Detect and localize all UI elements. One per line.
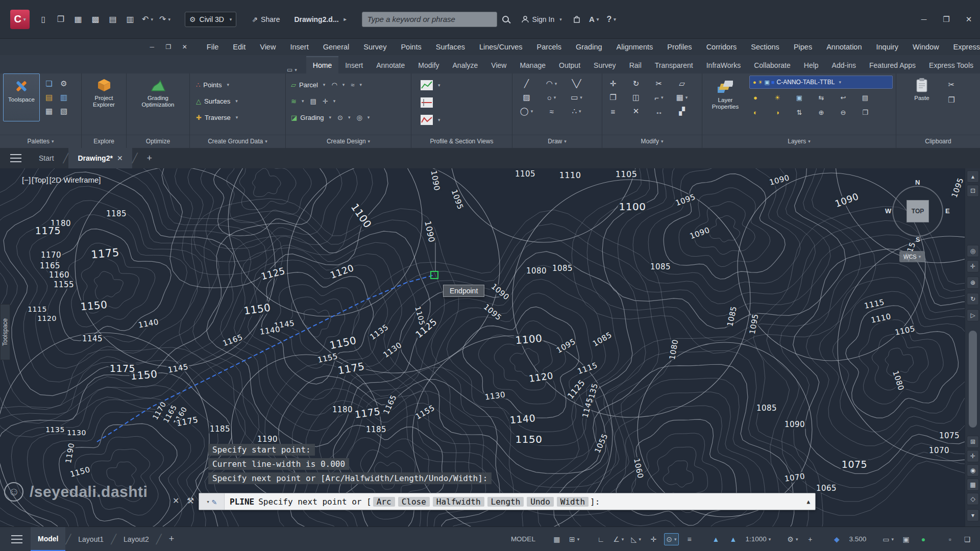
layer-match-icon[interactable]: ⇆ — [815, 91, 827, 104]
layer-state-icon[interactable]: ▤ — [859, 91, 871, 104]
point-icon[interactable]: ∴ — [571, 105, 583, 117]
stretch-icon[interactable]: ↔ — [653, 105, 665, 117]
pan-icon[interactable]: ✛ — [967, 260, 979, 272]
status-menu-icon[interactable] — [11, 535, 22, 543]
alignment-icon[interactable]: ◠ — [329, 77, 347, 93]
panel-label-palettes[interactable]: Palettes — [0, 135, 81, 148]
paste-button[interactable]: Paste — [903, 73, 940, 106]
plot-icon[interactable]: ▤ — [106, 13, 119, 26]
search-input[interactable] — [362, 12, 497, 27]
profile-view-button[interactable] — [416, 78, 507, 93]
layer-freeze-icon[interactable]: ☀ — [771, 91, 783, 104]
panel-label-optimize[interactable]: Optimize — [127, 135, 189, 148]
panel-label-profile-section-views[interactable]: Profile & Section Views — [411, 135, 512, 148]
feature-line-icon[interactable]: ≋ — [289, 93, 306, 109]
ribbon-tab-survey[interactable]: Survey — [587, 57, 623, 73]
command-palette-icon[interactable]: ▧ — [58, 105, 70, 117]
viewcube-east[interactable]: E — [945, 207, 950, 215]
isometric-drafting-toggle[interactable]: ◺ — [629, 533, 643, 545]
recent-commands-icon[interactable]: ▾ — [206, 498, 210, 505]
corridor-icon[interactable]: ▤ — [308, 93, 318, 109]
ribbon-tab-home[interactable]: Home — [306, 56, 338, 73]
layer-copy-icon[interactable]: ❐ — [859, 106, 871, 119]
layer-previous-icon[interactable]: ↩ — [837, 91, 849, 104]
ribbon-tab-infraworks[interactable]: InfraWorks — [700, 57, 747, 73]
viewcube-north[interactable]: N — [915, 179, 920, 186]
sign-in-button[interactable]: Sign In — [521, 15, 562, 23]
viewport-sync-icon[interactable]: ⊡ — [967, 185, 979, 197]
traverse-menu-button[interactable]: ✚Traverse — [192, 109, 283, 126]
model-space-button[interactable]: MODEL — [509, 533, 537, 545]
surfaces-menu-button[interactable]: △Surfaces — [192, 93, 283, 109]
command-close-icon[interactable]: ✕ — [173, 496, 179, 506]
clean-screen-button[interactable]: ❏ — [961, 533, 974, 545]
mirror-icon[interactable]: ◫ — [630, 91, 642, 104]
grid-display-toggle[interactable]: ▦ — [550, 533, 564, 545]
menu-lines-curves[interactable]: Lines/Curves — [479, 43, 523, 51]
copy-icon[interactable]: ❐ — [607, 91, 619, 104]
command-option-undo[interactable]: Undo — [527, 497, 554, 507]
hatch-icon[interactable]: ▨ — [521, 91, 533, 104]
drawing-canvas[interactable]: 1185118011751170116511601155115011751145… — [0, 168, 980, 527]
sample-lines-button[interactable] — [416, 95, 507, 110]
minimize-button[interactable]: ─ — [913, 11, 935, 28]
panel-label-create-design[interactable]: Create Design — [286, 135, 411, 148]
menu-grading[interactable]: Grading — [576, 43, 602, 51]
ribbon-display-toggle[interactable]: ▭ — [287, 66, 297, 73]
layout-tab-layout1[interactable]: Layout1 — [71, 527, 111, 551]
zoom-icon[interactable]: ⊕ — [967, 277, 979, 289]
command-option-arc[interactable]: Arc — [373, 497, 395, 507]
toolspace-button[interactable]: Toolspace — [3, 73, 40, 121]
save-as-icon[interactable]: ▩ — [89, 13, 102, 26]
ellipse-icon[interactable]: ◯ — [521, 105, 533, 117]
app-menu-button[interactable]: C — [10, 10, 30, 29]
command-option-close[interactable]: Close — [398, 497, 430, 507]
close-tab-icon[interactable]: ✕ — [117, 154, 123, 162]
circle-icon[interactable]: ○ — [546, 91, 558, 104]
annotation-autoscale-toggle[interactable]: ▲ — [727, 533, 740, 545]
redo-icon[interactable]: ↷ — [158, 13, 172, 26]
new-tab-button[interactable]: + — [137, 148, 161, 168]
layer-dropdown[interactable]: ●☀▣■ C-ANNO-TABL-TTBL — [749, 76, 893, 89]
snap-mode-toggle[interactable]: ⊞ — [568, 533, 581, 545]
ribbon-tab-transparent[interactable]: Transparent — [648, 57, 700, 73]
viewport-menu-control[interactable]: [−] — [22, 176, 31, 184]
menu-pipes[interactable]: Pipes — [794, 43, 812, 51]
print-preview-icon[interactable]: ▥ — [124, 13, 137, 26]
command-option-width[interactable]: Width — [557, 497, 589, 507]
menu-edit[interactable]: Edit — [233, 43, 246, 51]
menu-express[interactable]: Express — [953, 43, 980, 51]
file-tab-menu-icon[interactable] — [10, 154, 21, 162]
explode-icon[interactable]: ✕ — [630, 105, 642, 117]
doc-restore-button[interactable]: ❐ — [161, 41, 176, 53]
ribbon-tab-output[interactable]: Output — [552, 57, 587, 73]
layer-lock-toggle-icon[interactable]: ▣ — [793, 91, 805, 104]
doc-minimize-button[interactable]: ─ — [144, 41, 160, 53]
app-store-icon[interactable] — [570, 13, 583, 26]
panel-label-layers[interactable]: Layers — [702, 135, 896, 148]
annotation-scale-button[interactable]: 1:1000 — [744, 533, 773, 545]
ortho-mode-toggle[interactable]: ∟ — [594, 533, 607, 545]
profile-icon[interactable]: ≈ — [349, 77, 364, 93]
file-tab-current[interactable]: Drawing2* ✕ — [68, 148, 132, 168]
ucs-icon[interactable]: ⊞ — [967, 436, 979, 448]
menu-parcels[interactable]: Parcels — [537, 43, 561, 51]
scale-icon[interactable]: ▞ — [676, 105, 688, 117]
polyline-icon[interactable]: ╲╱ — [571, 78, 583, 90]
z-elevation-cube-icon[interactable]: ◆ — [830, 533, 843, 545]
panel-label-modify[interactable]: Modify — [602, 135, 702, 148]
toolspace-side-tab[interactable]: Toolspace — [0, 304, 10, 360]
parcel-menu-button[interactable]: ▱Parcel — [289, 77, 327, 93]
viewport-visual-style-control[interactable]: [2D Wireframe] — [50, 176, 101, 184]
customization-button[interactable]: + — [803, 533, 817, 545]
save-icon[interactable]: ▦ — [71, 13, 85, 26]
menu-survey[interactable]: Survey — [363, 43, 386, 51]
menu-sections[interactable]: Sections — [751, 43, 779, 51]
ribbon-tab-analyze[interactable]: Analyze — [446, 57, 485, 73]
ribbon-tab-help[interactable]: Help — [797, 57, 825, 73]
ribbon-tab-manage[interactable]: Manage — [513, 57, 552, 73]
command-line[interactable]: ▾ ✎ PLINE Specify next point or [ ArcClo… — [199, 493, 816, 510]
copy-clip-icon[interactable]: ❐ — [945, 94, 958, 106]
viewcube-west[interactable]: W — [885, 207, 891, 215]
ribbon-tab-insert[interactable]: Insert — [338, 57, 370, 73]
